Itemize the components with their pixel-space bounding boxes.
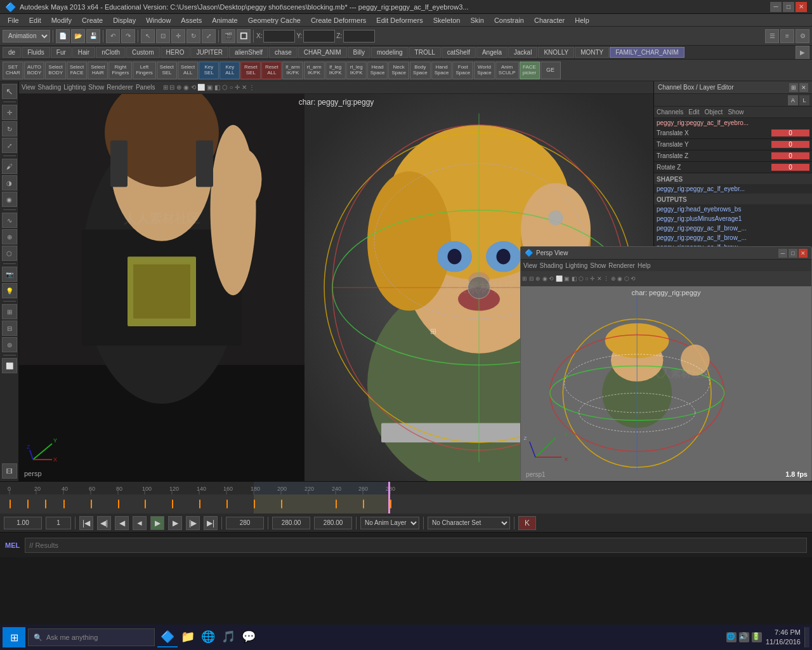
- shelf-tab-angela[interactable]: Angela: [476, 47, 508, 58]
- rt-leg-ikfk-button[interactable]: rt_legIK/FK: [346, 62, 367, 79]
- key-all-button[interactable]: KeyALL: [219, 62, 240, 79]
- x-field[interactable]: [263, 30, 295, 43]
- persp-menu-renderer[interactable]: Renderer: [608, 262, 635, 269]
- shelf-tab-catshelf[interactable]: catShelf: [442, 47, 476, 58]
- prev-key-btn[interactable]: ◀|: [97, 516, 111, 530]
- battery-icon[interactable]: 🔋: [752, 632, 762, 642]
- scale-tool-btn[interactable]: ⤢: [2, 138, 17, 153]
- save-file-icon[interactable]: 💾: [86, 29, 100, 43]
- menu-edit[interactable]: Edit: [24, 17, 46, 24]
- shelf-tab-ncloth[interactable]: nCloth: [96, 47, 126, 58]
- reset-all-button[interactable]: ResetALL: [261, 62, 282, 79]
- quick-select-btn[interactable]: ⬜: [2, 358, 17, 373]
- taskbar-explorer-icon[interactable]: 📁: [178, 627, 198, 647]
- menu-skin[interactable]: Skin: [465, 17, 488, 24]
- y-field[interactable]: [303, 30, 335, 43]
- persp-minimize-btn[interactable]: ─: [778, 249, 787, 258]
- tool-settings-icon[interactable]: ⚙: [796, 29, 809, 43]
- time-end-field[interactable]: [314, 517, 352, 529]
- viewport-menu-shading[interactable]: Shading: [38, 84, 62, 91]
- object-menu[interactable]: Object: [705, 109, 723, 116]
- rotate-z-value[interactable]: 0: [771, 164, 809, 171]
- taskbar-chrome-icon[interactable]: 🌐: [198, 627, 218, 647]
- select-sel-button[interactable]: SelectSEL: [157, 62, 177, 79]
- set-char-button[interactable]: SETCHAR: [3, 62, 23, 79]
- camera-btn[interactable]: 📷: [2, 267, 17, 282]
- shelf-tab-fur[interactable]: Fur: [51, 47, 72, 58]
- timeline-bar[interactable]: [0, 494, 812, 514]
- world-space-button[interactable]: WorldSpace: [474, 62, 495, 79]
- persp-close-btn[interactable]: ✕: [799, 249, 808, 258]
- redo-icon[interactable]: ↷: [121, 29, 135, 43]
- edit-menu[interactable]: Edit: [688, 109, 699, 116]
- mode-select[interactable]: Animation: [3, 30, 50, 43]
- shelf-tab-troll[interactable]: TROLL: [409, 47, 441, 58]
- key-sel-button[interactable]: KeySEL: [199, 62, 219, 79]
- new-file-icon[interactable]: 📄: [56, 29, 70, 43]
- persp-menu-lighting[interactable]: Lighting: [565, 262, 587, 269]
- timeline-ruler[interactable]: 0 20 40 60 80 100 120 140 160 180 200 22…: [0, 482, 812, 494]
- viewport-menu-show[interactable]: Show: [88, 84, 104, 91]
- shelf-tab-modeling[interactable]: modeling: [371, 47, 409, 58]
- lf-arm-ikfk-button[interactable]: lf_armIK/FK: [282, 62, 303, 79]
- shelf-tab-knolly[interactable]: KNOLLY: [538, 47, 574, 58]
- right-fingers-button[interactable]: RightFingers: [108, 62, 132, 79]
- select-all-button[interactable]: SelectALL: [178, 62, 198, 79]
- anim-sculp-button[interactable]: AnimSCULP: [495, 62, 519, 79]
- viewport-menu-lighting[interactable]: Lighting: [63, 84, 86, 91]
- foot-space-button[interactable]: FootSpace: [452, 62, 473, 79]
- menu-character[interactable]: Character: [529, 17, 570, 24]
- taskbar-clock[interactable]: 7:46 PM 11/16/2016: [766, 628, 801, 647]
- menu-skeleton[interactable]: Skeleton: [428, 17, 466, 24]
- scale-icon[interactable]: ⤢: [202, 29, 216, 43]
- translate-z-channel[interactable]: Translate Z 0: [654, 150, 812, 162]
- channelbox-float-btn[interactable]: ⊞: [789, 83, 798, 92]
- translate-z-value[interactable]: 0: [771, 152, 809, 159]
- poly-btn[interactable]: ⬡: [2, 246, 17, 261]
- select-body-button[interactable]: SelectBODY: [45, 62, 66, 79]
- sculpt-btn[interactable]: ◑: [2, 175, 17, 190]
- persp-menu-shading[interactable]: Shading: [540, 262, 563, 269]
- persp-canvas[interactable]: Y X Z char: peggy_rig:peggy persp1 1.8 f…: [521, 286, 811, 481]
- lf-leg-ikfk-button[interactable]: lf_legIK/FK: [325, 62, 346, 79]
- shelf-tab-family-char[interactable]: FAMILY_CHAR_ANIM: [610, 47, 684, 58]
- persp-menu-help[interactable]: Help: [638, 262, 651, 269]
- output-4[interactable]: peggy_rig:peggy_ac_lf_brow_...: [654, 233, 812, 242]
- paint-btn[interactable]: 🖌: [2, 159, 17, 174]
- left-fingers-button[interactable]: LeftFingers: [133, 62, 156, 79]
- open-file-icon[interactable]: 📂: [71, 29, 85, 43]
- search-box[interactable]: 🔍 Ask me anything: [28, 628, 155, 646]
- face-picker-button[interactable]: FACEpicker: [520, 62, 540, 79]
- z-field[interactable]: [343, 30, 375, 43]
- translate-y-value[interactable]: 0: [771, 141, 809, 148]
- rotate-icon[interactable]: ↻: [187, 29, 200, 43]
- hand-space-button[interactable]: HandSpace: [431, 62, 452, 79]
- lasso-icon[interactable]: ⊡: [156, 29, 170, 43]
- auto-key-btn[interactable]: K: [518, 516, 536, 530]
- char-set-select[interactable]: No Character Set: [428, 517, 510, 529]
- menu-constrain[interactable]: Constrain: [489, 17, 529, 24]
- render-icon[interactable]: 🎬: [221, 29, 235, 43]
- show-menu[interactable]: Show: [728, 109, 743, 116]
- menu-help[interactable]: Help: [570, 17, 594, 24]
- output-5[interactable]: peggy_rig:peggy_ac_lf_brow_...: [654, 242, 812, 246]
- shelf-tab-jupiter[interactable]: JUPITER: [190, 47, 228, 58]
- shapes-name[interactable]: peggy_rig:peggy_ac_lf_eyebr...: [654, 184, 812, 194]
- shelf-tab-fluids[interactable]: Fluids: [22, 47, 50, 58]
- shelf-tab-jackal[interactable]: Jackal: [508, 47, 537, 58]
- body-space-button[interactable]: BodySpace: [410, 62, 431, 79]
- layer-tab[interactable]: L: [799, 95, 809, 105]
- shelf-tab-hair[interactable]: Hair: [72, 47, 95, 58]
- shelf-tab-billy[interactable]: Billy: [348, 47, 370, 58]
- skip-to-end-btn[interactable]: ▶|: [204, 516, 218, 530]
- ipr-icon[interactable]: 🔳: [237, 29, 251, 43]
- menu-animate[interactable]: Animate: [207, 17, 242, 24]
- anim-layer-select[interactable]: No Anim Layer: [360, 517, 419, 529]
- cluster-btn[interactable]: ⊟: [2, 321, 17, 336]
- play-forward-btn[interactable]: ▶: [150, 516, 164, 530]
- move-tool-btn[interactable]: ✛: [2, 105, 17, 120]
- ge-button[interactable]: GE: [540, 62, 561, 79]
- frame-end-field[interactable]: [226, 517, 264, 529]
- frame-start-field[interactable]: [4, 517, 42, 529]
- undo-icon[interactable]: ↶: [106, 29, 120, 43]
